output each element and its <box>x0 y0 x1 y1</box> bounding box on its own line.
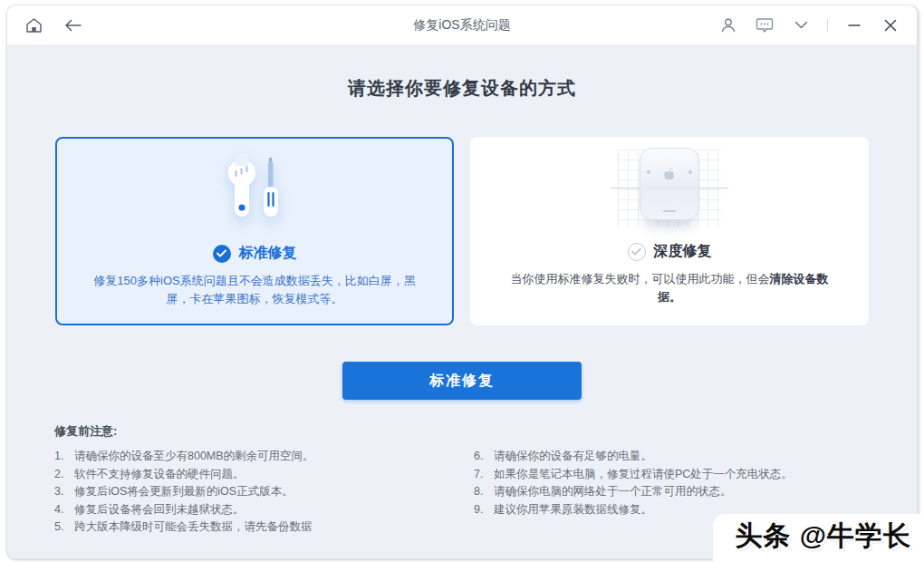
apple-logo-icon <box>662 165 678 182</box>
note-item: 修复后设备将会回到未越狱状态。 <box>54 501 450 519</box>
standard-repair-title: 标准修复 <box>239 244 297 263</box>
repair-mode-cards: 标准修复 修复150多种iOS系统问题且不会造成数据丢失，比如白屏，黑屏，卡在苹… <box>7 137 917 325</box>
notes-list-left: 请确保你的设备至少有800MB的剩余可用空间。 软件不支持修复设备的硬件问题。 … <box>54 448 450 537</box>
deep-repair-title: 深度修复 <box>654 242 712 261</box>
back-icon[interactable] <box>63 15 83 35</box>
close-icon[interactable] <box>881 15 900 35</box>
card-standard-repair[interactable]: 标准修复 修复150多种iOS系统问题且不会造成数据丢失，比如白屏，黑屏，卡在苹… <box>55 137 454 325</box>
note-item: 修复后iOS将会更新到最新的iOS正式版本。 <box>54 483 450 501</box>
note-item: 请确保你电脑的网络处于一个正常可用的状态。 <box>474 483 870 501</box>
note-item: 如果你是笔记本电脑，修复过程请使PC处于一个充电状态。 <box>474 466 870 484</box>
device-icon <box>602 142 737 240</box>
standard-repair-description: 修复150多种iOS系统问题且不会造成数据丢失，比如白屏，黑屏，卡在苹果图标，恢… <box>86 272 423 308</box>
tools-icon <box>211 144 298 242</box>
user-account-icon[interactable] <box>718 15 738 35</box>
deep-repair-description-text: 当你使用标准修复失败时，可以使用此功能，但会 <box>511 272 770 286</box>
watermark-badge: 头条 @牛学长 <box>713 514 924 562</box>
unselected-radio-icon[interactable] <box>628 243 646 261</box>
feedback-chat-icon[interactable] <box>755 15 775 35</box>
titlebar: 修复iOS系统问题 <box>7 5 917 45</box>
minimize-icon[interactable] <box>844 15 864 35</box>
home-icon[interactable] <box>24 15 43 35</box>
notes-title: 修复前注意: <box>54 423 870 440</box>
standard-repair-button[interactable]: 标准修复 <box>342 362 582 400</box>
note-item: 软件不支持修复设备的硬件问题。 <box>54 466 450 484</box>
page-title: 请选择你要修复设备的方式 <box>7 76 917 101</box>
deep-repair-description: 当你使用标准修复失败时，可以使用此功能，但会清除设备数据。 <box>501 270 838 306</box>
watermark-text: 头条 @牛学长 <box>735 520 911 550</box>
note-item: 请确保你的设备有足够的电量。 <box>474 448 870 466</box>
card-deep-repair[interactable]: 深度修复 当你使用标准修复失败时，可以使用此功能，但会清除设备数据。 <box>470 137 869 325</box>
titlebar-divider <box>827 19 828 32</box>
note-item: 跨大版本降级时可能会丢失数据，请先备份数据 <box>54 518 450 537</box>
chevron-down-icon[interactable] <box>791 15 811 35</box>
selected-radio-icon[interactable] <box>213 245 231 263</box>
app-window: 修复iOS系统问题 <box>6 5 918 559</box>
note-item: 请确保你的设备至少有800MB的剩余可用空间。 <box>54 448 450 466</box>
